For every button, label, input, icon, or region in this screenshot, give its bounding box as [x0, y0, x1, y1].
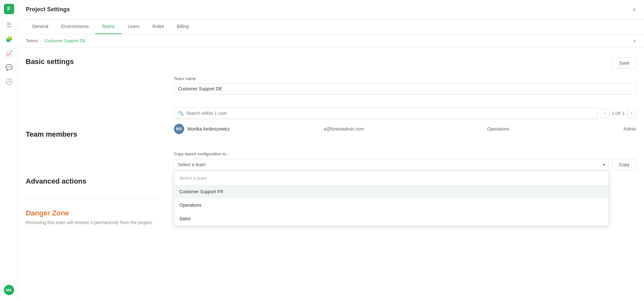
breadcrumb-current: Customer Support DE: [45, 38, 86, 43]
sidebar: F ☰ 🧩 📈 💬 🕓 MA: [0, 0, 18, 299]
sidebar-history-icon[interactable]: 🕓: [3, 76, 15, 87]
breadcrumb-parent[interactable]: Teams: [26, 38, 38, 43]
team-members-section: 🔍 ‹ 1 OF 1 › MA M: [174, 107, 636, 139]
search-row: 🔍 ‹ 1 OF 1 ›: [174, 107, 636, 119]
danger-zone-description: Removing this team will remove it perman…: [26, 220, 161, 225]
tab-general[interactable]: General: [26, 19, 55, 34]
team-name-input[interactable]: [174, 83, 636, 95]
tab-environments[interactable]: Environments: [55, 19, 95, 34]
member-role: Admin: [623, 126, 636, 131]
tab-users[interactable]: Users: [121, 19, 146, 34]
dropdown-item-csfr[interactable]: Customer Support FR: [174, 185, 609, 198]
breadcrumb-separator: ›: [41, 38, 42, 43]
member-name: Monika Ambrozowicz: [187, 126, 324, 131]
tab-roles[interactable]: Roles: [146, 19, 170, 34]
table-row: MA Monika Ambrozowicz a@forestadmin.com …: [174, 119, 636, 139]
section-divider: [26, 198, 161, 199]
copy-layout-label: Copy layout configuration to...: [174, 151, 636, 156]
app-logo[interactable]: F: [4, 4, 14, 14]
copy-button[interactable]: Copy: [612, 159, 636, 170]
page-title: Project Settings: [26, 6, 70, 13]
team-name-label: Team name: [174, 76, 636, 81]
dropdown-item-placeholder[interactable]: Select a team: [174, 171, 609, 185]
sidebar-plugin-icon[interactable]: 🧩: [3, 33, 15, 45]
content-area: Basic settings Team members Advanced act…: [18, 47, 644, 299]
sidebar-comment-icon[interactable]: 💬: [3, 62, 15, 73]
pagination: ‹ 1 OF 1 ›: [600, 109, 636, 118]
labels-column: Basic settings Team members Advanced act…: [26, 58, 174, 289]
main-content: Project Settings × General Environments …: [18, 0, 644, 299]
form-column: Save Team name 🔍 ‹: [174, 58, 636, 289]
copy-row: Select a team Customer Support FR Operat…: [174, 159, 636, 170]
sidebar-menu-icon[interactable]: ☰: [3, 19, 15, 31]
breadcrumb: Teams › Customer Support DE ×: [18, 34, 644, 47]
pagination-prev-button[interactable]: ‹: [600, 109, 609, 118]
dropdown-item-sales[interactable]: Sales: [174, 212, 609, 225]
pagination-text: 1 OF 1: [612, 111, 625, 116]
avatar: MA: [174, 124, 184, 134]
pagination-next-button[interactable]: ›: [627, 109, 636, 118]
danger-zone-label: Danger Zone: [26, 209, 161, 217]
member-department: Operations: [487, 126, 623, 131]
advanced-actions-section: Copy layout configuration to... Select a…: [174, 151, 636, 170]
dropdown-menu: Select a team Customer Support FR Operat…: [174, 171, 609, 226]
search-icon: 🔍: [178, 111, 184, 116]
dropdown-item-operations[interactable]: Operations: [174, 198, 609, 212]
basic-settings-form: Team name: [174, 76, 636, 95]
team-members-label: Team members: [26, 130, 161, 139]
save-button-container: Save: [174, 58, 636, 68]
header: Project Settings ×: [18, 0, 644, 19]
sidebar-analytics-icon[interactable]: 📈: [3, 48, 15, 59]
tab-billing[interactable]: Billing: [170, 19, 195, 34]
basic-settings-label: Basic settings: [26, 58, 161, 66]
breadcrumb-close-button[interactable]: ×: [633, 37, 636, 44]
team-select-wrapper: Select a team Customer Support FR Operat…: [174, 159, 609, 170]
member-email: a@forestadmin.com: [324, 126, 487, 131]
search-bar: 🔍: [174, 107, 598, 119]
save-button[interactable]: Save: [612, 58, 636, 68]
tabs-bar: General Environments Teams Users Roles B…: [18, 19, 644, 34]
team-select[interactable]: Select a team Customer Support FR Operat…: [174, 159, 609, 170]
tab-teams[interactable]: Teams: [95, 19, 121, 34]
search-input[interactable]: [184, 108, 593, 119]
header-close-button[interactable]: ×: [632, 6, 636, 13]
user-avatar[interactable]: MA: [4, 285, 14, 295]
advanced-actions-label: Advanced actions: [26, 177, 161, 186]
